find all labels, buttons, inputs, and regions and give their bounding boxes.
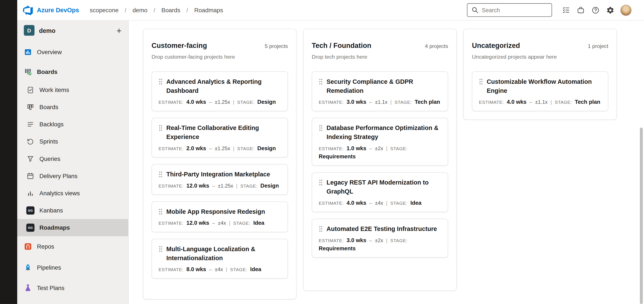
column-hint: Drop tech projects here: [312, 54, 448, 60]
breadcrumb-organization[interactable]: scopecone: [90, 7, 118, 13]
sprints-icon: [26, 137, 34, 146]
project-card-title: Security Compliance & GDPR Remediation: [326, 77, 441, 95]
column-card-list: Security Compliance & GDPR Remediation E…: [312, 71, 448, 258]
settings-gear-icon[interactable]: [603, 2, 618, 17]
estimate-tolerance: ±1.25x: [218, 183, 234, 189]
sidebar-item-label: Boards: [39, 104, 58, 110]
sidebar-item-test-plans[interactable]: Test Plans: [17, 279, 128, 297]
sidebar-item-delivery-plans[interactable]: Delivery Plans: [17, 167, 128, 185]
sidebar-item-boards[interactable]: Boards: [17, 98, 128, 116]
estimate-label: ESTIMATE:: [319, 146, 344, 151]
stage-value: Tech plan: [415, 99, 440, 105]
search-input[interactable]: [482, 7, 548, 13]
marketplace-bag-icon[interactable]: [574, 2, 588, 17]
breadcrumb-project[interactable]: demo: [132, 7, 147, 13]
sidebar-item-sprints[interactable]: Sprints: [17, 133, 128, 150]
sidebar-item-queries[interactable]: Queries: [17, 150, 128, 167]
delivery-plans-icon: [26, 172, 34, 180]
project-card[interactable]: Advanced Analytics & Reporting Dashboard…: [152, 71, 288, 111]
drag-handle-icon[interactable]: [158, 208, 162, 215]
task-list-icon[interactable]: [558, 2, 574, 17]
dash: –: [209, 99, 212, 105]
board-column-tech-foundation: Tech / Foundation 4 projects Drop tech p…: [303, 29, 457, 291]
sidebar-item-label: Delivery Plans: [39, 173, 78, 179]
board-columns-icon: [26, 103, 34, 111]
scrollbar-thumb[interactable]: [640, 128, 643, 304]
project-card[interactable]: Database Performance Optimization & Inde…: [312, 118, 448, 166]
estimate-label: ESTIMATE:: [158, 221, 184, 226]
drag-handle-icon[interactable]: [319, 125, 323, 131]
drag-handle-icon[interactable]: [158, 125, 162, 131]
stage-value: Design: [257, 145, 276, 151]
sidebar-item-roadmaps[interactable]: SG Roadmaps: [17, 219, 128, 236]
column-title: Tech / Foundation: [312, 41, 371, 50]
column-count: 4 projects: [425, 43, 448, 49]
stage-value: Requirements: [319, 153, 356, 160]
project-card[interactable]: Third-Party Integration Marketplace ESTI…: [152, 164, 288, 195]
stage-value: Idea: [250, 266, 261, 273]
search-box[interactable]: [467, 3, 552, 17]
project-card[interactable]: Customizable Workflow Automation Engine …: [472, 71, 608, 111]
drag-handle-icon[interactable]: [319, 179, 323, 186]
dash: –: [209, 146, 212, 151]
project-card[interactable]: Security Compliance & GDPR Remediation E…: [312, 71, 448, 111]
column-header: Tech / Foundation 4 projects: [312, 41, 448, 50]
sidebar-item-overview[interactable]: Overview: [17, 43, 128, 61]
breadcrumb-separator: /: [186, 7, 188, 13]
project-card-meta: ESTIMATE: 1.0 wks – ±2x | STAGE: Require…: [319, 145, 441, 160]
column-card-list: Customizable Workflow Automation Engine …: [472, 71, 608, 111]
drag-handle-icon[interactable]: [158, 246, 162, 253]
stage-label: STAGE:: [390, 201, 408, 206]
app-window: Azure DevOps scopecone / demo / Boards /…: [0, 0, 644, 304]
breadcrumb-page[interactable]: Roadmaps: [194, 7, 223, 13]
project-card-title: Customizable Workflow Automation Engine: [487, 77, 602, 95]
drag-handle-icon[interactable]: [158, 171, 162, 178]
help-icon[interactable]: [588, 2, 603, 17]
sidebar-item-label: Sprints: [39, 138, 58, 145]
repos-icon: [24, 242, 32, 251]
sidebar-item-label: Kanbans: [39, 207, 63, 214]
drag-handle-icon[interactable]: [319, 78, 323, 85]
product-name[interactable]: Azure DevOps: [37, 7, 79, 13]
sidebar-item-repos[interactable]: Repos: [17, 238, 128, 255]
breadcrumb-hub[interactable]: Boards: [161, 7, 180, 13]
sidebar-item-label: Overview: [37, 49, 62, 55]
azure-devops-logo-icon[interactable]: [23, 5, 33, 15]
drag-handle-icon[interactable]: [479, 78, 483, 85]
project-card-meta: ESTIMATE: 2.0 wks – ±1.25x | STAGE: Desi…: [158, 145, 281, 151]
project-name[interactable]: demo: [39, 27, 116, 34]
scopecone-badge-icon: SG: [26, 224, 34, 232]
sidebar-item-work-items[interactable]: Work items: [17, 81, 128, 98]
estimate-tolerance: ±2x: [375, 146, 383, 151]
sidebar-item-pipelines[interactable]: Pipelines: [17, 259, 128, 276]
add-project-button[interactable]: +: [116, 26, 122, 34]
project-card[interactable]: Automated E2E Testing Infrastructure EST…: [312, 219, 448, 258]
sidebar-item-analytics-views[interactable]: Analytics views: [17, 185, 128, 202]
top-navigation-bar: Azure DevOps scopecone / demo / Boards /…: [17, 0, 644, 20]
project-card-meta: ESTIMATE: 12.0 wks – ±4x | STAGE: Idea: [158, 220, 281, 226]
project-card-title: Advanced Analytics & Reporting Dashboard: [166, 77, 281, 95]
project-card-title: Third-Party Integration Marketplace: [166, 170, 270, 179]
meta-divider: |: [390, 99, 392, 105]
sidebar-item-backlogs[interactable]: Backlogs: [17, 116, 128, 133]
sidebar-item-kanbans[interactable]: SG Kanbans: [17, 202, 128, 219]
dash: –: [212, 220, 215, 226]
breadcrumb-separator: /: [154, 7, 155, 13]
estimate-value: 2.0 wks: [186, 145, 206, 151]
project-card-title: Automated E2E Testing Infrastructure: [326, 224, 437, 233]
estimate-value: 4.0 wks: [507, 99, 526, 105]
stage-label: STAGE:: [390, 146, 408, 151]
drag-handle-icon[interactable]: [158, 78, 162, 85]
board-column-customer-facing: Customer-facing 5 projects Drop customer…: [143, 29, 296, 300]
sidebar-section-boards[interactable]: Boards: [17, 62, 128, 81]
stage-value: Tech plan: [575, 99, 600, 105]
project-card[interactable]: Mobile App Responsive Redesign ESTIMATE:…: [152, 202, 288, 232]
project-card[interactable]: Legacy REST API Modernization to GraphQL…: [312, 172, 448, 212]
project-card[interactable]: Real-Time Collaborative Editing Experien…: [152, 118, 288, 157]
project-card-meta: ESTIMATE: 12.0 wks – ±1.25x | STAGE: Des…: [158, 183, 281, 189]
drag-handle-icon[interactable]: [319, 226, 323, 232]
project-switcher: D demo +: [17, 20, 128, 40]
user-avatar[interactable]: [620, 4, 632, 16]
stage-value: Idea: [410, 200, 422, 206]
project-card[interactable]: Multi-Language Localization & Internatio…: [152, 239, 288, 279]
